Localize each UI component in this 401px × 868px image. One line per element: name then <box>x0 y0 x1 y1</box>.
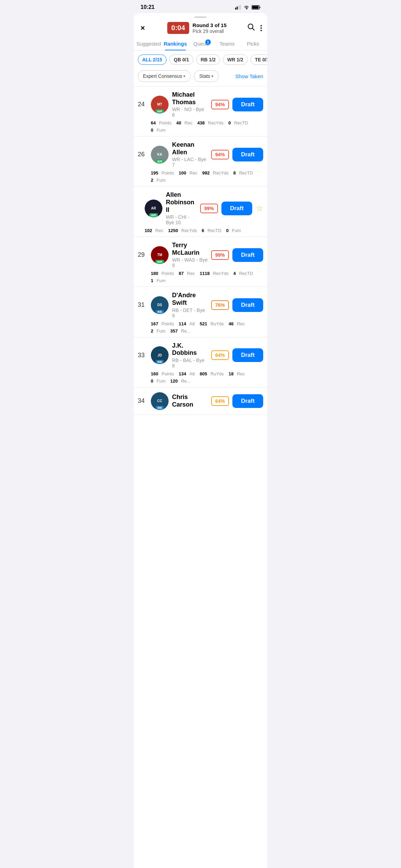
player-stats: 195 Points 100 Rec 992 RecYds 8 RecTD 2 … <box>138 170 263 183</box>
position-badge: RB <box>156 360 164 364</box>
round-text: Round 3 of 15 <box>193 22 227 28</box>
player-details: RB - DET - Bye 9 <box>172 308 208 318</box>
timer-round-container: 0:04 Round 3 of 15 Pick 29 overall <box>167 22 227 34</box>
tab-teams[interactable]: Teams <box>214 37 240 50</box>
player-avatar: CC RB <box>151 392 169 410</box>
draft-button[interactable]: Draft <box>221 202 252 215</box>
timer-badge: 0:04 <box>167 22 189 34</box>
stat-item: 2 Fum <box>151 178 166 183</box>
position-badge: RB <box>156 406 164 410</box>
tab-nav: Suggested Rankings Queue 1 Teams Picks <box>134 37 267 50</box>
draft-button[interactable]: Draft <box>232 248 263 262</box>
stat-item: 114 Att <box>179 321 195 326</box>
svg-rect-0 <box>235 8 236 10</box>
player-row: 29 TM WR Terry McLaurin WR - WAS - Bye 9… <box>134 237 267 287</box>
pos-filter-rb[interactable]: RB 1/2 <box>196 55 220 65</box>
player-rank: 29 <box>138 251 147 258</box>
draft-button[interactable]: Draft <box>232 148 263 161</box>
show-taken-button[interactable]: Show Taken <box>235 73 263 79</box>
tab-queue[interactable]: Queue 1 <box>188 37 214 50</box>
player-main-row: 29 TM WR Terry McLaurin WR - WAS - Bye 9… <box>138 242 263 268</box>
player-avatar: TM WR <box>151 246 169 264</box>
star-icon[interactable]: ☆ <box>256 204 263 213</box>
player-info: D'Andre Swift RB - DET - Bye 9 <box>172 292 208 318</box>
player-avatar: JD RB <box>151 346 169 364</box>
stat-item: 1250 RecYds <box>168 228 197 233</box>
player-row: 34 CC RB Chris Carson 64% Draft <box>134 387 267 415</box>
position-badge: WR <box>156 109 164 113</box>
drag-handle <box>134 13 267 19</box>
draft-pct-badge: 76% <box>211 300 229 310</box>
player-main-row: AR WR Allen Robinson II WR - CHI - Bye 1… <box>134 191 263 225</box>
player-rank: 34 <box>138 397 147 405</box>
player-details: RB - BAL - Bye 8 <box>172 358 208 369</box>
position-filter: ALL 2/15 QB 0/1 RB 1/2 WR 1/2 TE 0/1 FLX… <box>134 50 267 68</box>
player-stats: 102 Rec 1250 RecYds 6 RecTD 0 Fum <box>138 228 263 233</box>
player-info: Michael Thomas WR - NO - Bye 6 <box>172 91 208 118</box>
pick-text: Pick 29 overall <box>193 28 227 34</box>
svg-rect-3 <box>240 5 241 10</box>
player-info: J.K. Dobbins RB - BAL - Bye 8 <box>172 342 208 369</box>
player-details: WR - WAS - Bye 9 <box>172 257 208 268</box>
pos-filter-te[interactable]: TE 0/1 <box>251 55 267 65</box>
more-options-icon[interactable] <box>260 24 262 32</box>
player-info: Terry McLaurin WR - WAS - Bye 9 <box>172 242 208 268</box>
draft-button[interactable]: Draft <box>232 298 263 312</box>
svg-line-7 <box>252 28 254 30</box>
stat-item: 46 Rec <box>229 321 245 326</box>
tab-rankings[interactable]: Rankings <box>162 37 189 50</box>
stat-item: 1 Fum <box>151 278 166 283</box>
player-row: 26 KA WR Keenan Allen WR - LAC - Bye 7 9… <box>134 136 267 186</box>
player-actions: 64% Draft <box>211 348 263 362</box>
draft-pct-badge: 99% <box>200 204 218 213</box>
player-name: Allen Robinson II <box>166 191 197 214</box>
stats-filter[interactable]: Stats ▾ <box>194 70 219 82</box>
drag-handle-bar <box>194 16 207 18</box>
app-container: × 0:04 Round 3 of 15 Pick 29 overall <box>134 13 267 868</box>
player-name: Keenan Allen <box>172 141 208 156</box>
status-time: 10:21 <box>141 4 155 10</box>
draft-button[interactable]: Draft <box>232 394 263 408</box>
player-row: AR WR Allen Robinson II WR - CHI - Bye 1… <box>134 186 267 237</box>
player-actions: 94% Draft <box>211 98 263 111</box>
player-name: J.K. Dobbins <box>172 342 208 357</box>
pos-filter-qb[interactable]: QB 0/1 <box>169 55 193 65</box>
queue-badge: 1 <box>205 39 211 45</box>
draft-button[interactable]: Draft <box>232 98 263 111</box>
tab-picks[interactable]: Picks <box>240 37 266 50</box>
stat-item: 180 Points <box>151 271 174 276</box>
player-stats: 167 Points 114 Att 521 RuYds 46 Rec 2 Fu… <box>138 321 263 334</box>
stat-item: 438 RecYds <box>197 120 223 125</box>
player-main-row: 31 DS RB D'Andre Swift RB - DET - Bye 9 … <box>138 292 263 318</box>
player-stats: 64 Points 40 Rec 438 RecYds 0 RecTD 0 Fu… <box>138 120 263 133</box>
player-name: Chris Carson <box>172 394 208 408</box>
expert-consensus-filter[interactable]: Expert Consensus ▾ <box>138 70 191 82</box>
player-rank: 26 <box>138 151 147 158</box>
player-avatar: KA WR <box>151 146 169 164</box>
status-icons <box>235 5 260 10</box>
player-details: WR - CHI - Bye 10 <box>166 214 197 225</box>
stat-item: 8 RecTD <box>233 170 253 176</box>
stat-item: 102 Rec <box>145 228 163 233</box>
tab-suggested[interactable]: Suggested <box>135 37 162 50</box>
draft-pct-badge: 64% <box>211 396 229 406</box>
stat-item: 992 RecYds <box>202 170 229 176</box>
stat-item: 87 Rec <box>179 271 195 276</box>
player-avatar: MT WR <box>151 96 169 113</box>
player-info: Keenan Allen WR - LAC - Bye 7 <box>172 141 208 168</box>
position-badge: RB <box>156 310 164 314</box>
player-actions: 64% Draft <box>211 394 263 408</box>
player-row: 33 JD RB J.K. Dobbins RB - BAL - Bye 8 6… <box>134 337 267 387</box>
player-details: WR - NO - Bye 6 <box>172 107 208 118</box>
draft-button[interactable]: Draft <box>232 348 263 362</box>
pos-filter-wr[interactable]: WR 1/2 <box>223 55 248 65</box>
search-icon[interactable] <box>247 23 255 33</box>
pos-filter-all[interactable]: ALL 2/15 <box>138 55 167 65</box>
player-rank: 24 <box>138 101 147 108</box>
player-actions: 94% Draft <box>211 148 263 161</box>
stat-item: 6 RecTD <box>202 228 221 233</box>
player-name: Terry McLaurin <box>172 242 208 256</box>
close-button[interactable]: × <box>139 22 146 34</box>
chevron-down-icon: ▾ <box>211 74 214 79</box>
player-rank: 33 <box>138 352 147 359</box>
